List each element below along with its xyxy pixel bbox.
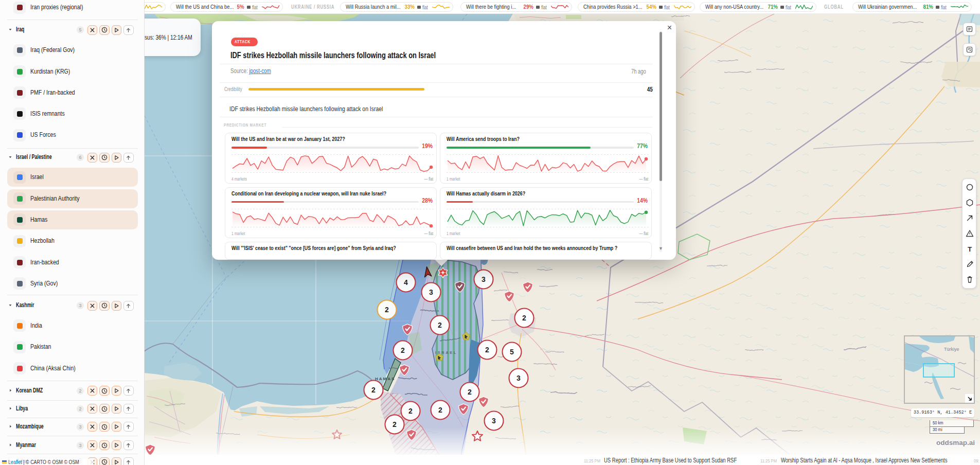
svg-text:2: 2 xyxy=(522,314,526,322)
svg-text:2: 2 xyxy=(401,346,405,354)
svg-text:2: 2 xyxy=(438,321,442,329)
svg-text:2: 2 xyxy=(371,386,376,394)
svg-text:3: 3 xyxy=(482,275,486,283)
svg-text:3: 3 xyxy=(492,417,496,425)
svg-text:Türkiye: Türkiye xyxy=(944,347,959,352)
svg-text:5: 5 xyxy=(510,348,514,356)
svg-text:4: 4 xyxy=(404,278,408,287)
svg-text:2: 2 xyxy=(408,407,413,415)
svg-text:HAMAS: HAMAS xyxy=(375,377,395,381)
svg-text:2: 2 xyxy=(385,306,389,314)
svg-text:T: T xyxy=(968,245,972,253)
svg-text:2: 2 xyxy=(393,420,397,428)
svg-text:3: 3 xyxy=(516,374,521,382)
svg-text:2: 2 xyxy=(468,388,472,396)
svg-text:3: 3 xyxy=(429,288,433,296)
svg-text:2: 2 xyxy=(438,406,442,414)
svg-text:2: 2 xyxy=(485,346,489,354)
